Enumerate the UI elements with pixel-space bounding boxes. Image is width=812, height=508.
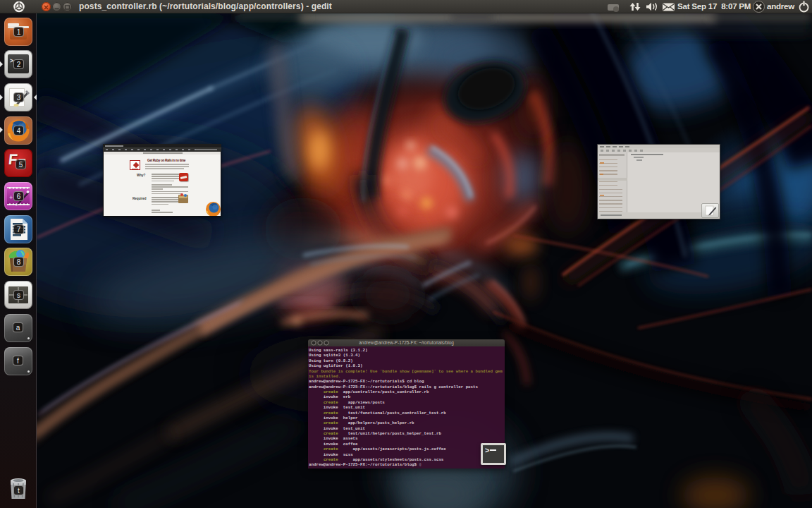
svg-text:+: + <box>9 194 13 201</box>
